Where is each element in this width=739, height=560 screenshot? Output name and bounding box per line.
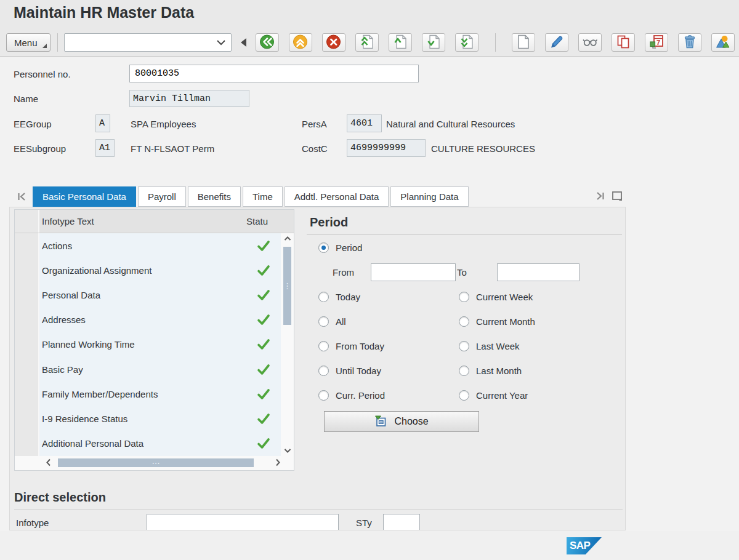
- radio-last-week[interactable]: Last Week: [459, 341, 622, 351]
- radio-circle[interactable]: [318, 292, 329, 302]
- to-date-input[interactable]: [497, 263, 579, 281]
- tab-basic-personal-data[interactable]: Basic Personal Data: [33, 186, 136, 207]
- scroll-left-icon[interactable]: [46, 458, 51, 466]
- persa-text: Natural and Cultural Resources: [386, 119, 515, 129]
- radio-until-today[interactable]: Until Today: [318, 366, 459, 376]
- radio-all[interactable]: All: [318, 316, 459, 327]
- table-row[interactable]: Basic Pay: [39, 357, 281, 382]
- table-row[interactable]: I-9 Residence Status: [39, 407, 281, 431]
- eesubgroup-value-field: A1: [95, 139, 115, 157]
- tab-scroll-right-icon[interactable]: [595, 191, 605, 201]
- radio-circle[interactable]: [318, 316, 329, 327]
- radio-current-year[interactable]: Current Year: [459, 390, 622, 401]
- titlebar: Maintain HR Master Data Menu: [0, 0, 739, 57]
- direct-selection-heading: Direct selection: [14, 490, 623, 505]
- row-selector-column[interactable]: [15, 233, 39, 456]
- next-page-button[interactable]: [422, 33, 445, 52]
- detach-panel-icon[interactable]: [612, 191, 623, 201]
- blank-page-icon: [516, 34, 531, 52]
- pencil-icon: [549, 34, 565, 52]
- previous-page-button[interactable]: [389, 33, 412, 52]
- scroll-down-icon[interactable]: [283, 448, 292, 454]
- tab-payroll[interactable]: Payroll: [138, 186, 186, 207]
- previous-page-icon: [392, 34, 408, 52]
- table-row[interactable]: Addresses: [39, 308, 281, 332]
- status-check-icon: [246, 314, 281, 326]
- from-date-input[interactable]: [371, 263, 456, 281]
- direct-selection-section: Direct selection Infotype STy: [14, 489, 623, 530]
- table-row[interactable]: Organizational Assignment: [39, 258, 281, 282]
- trash-icon: [682, 34, 698, 52]
- copy-button[interactable]: [612, 33, 635, 52]
- chevron-down-icon[interactable]: [217, 40, 225, 46]
- table-row[interactable]: Planned Working Time: [39, 332, 281, 357]
- vertical-scrollbar[interactable]: ⋮: [281, 234, 294, 455]
- overview-button[interactable]: [711, 33, 735, 52]
- radio-period-label: Period: [336, 242, 362, 253]
- persa-value-field: 4601: [347, 114, 382, 132]
- table-row[interactable]: Additional Personal Data: [39, 431, 281, 456]
- create-button[interactable]: [512, 33, 535, 52]
- radio-period[interactable]: Period: [318, 242, 622, 253]
- sap-logo: SAP: [567, 537, 602, 554]
- footer: SAP: [0, 531, 739, 560]
- radio-circle[interactable]: [318, 341, 329, 351]
- scroll-up-icon[interactable]: [283, 236, 292, 241]
- tab-benefits[interactable]: Benefits: [188, 186, 241, 207]
- sty-input[interactable]: [383, 514, 420, 530]
- toolbar-separator: [57, 33, 58, 52]
- vertical-scroll-thumb[interactable]: ⋮: [283, 247, 291, 325]
- cancel-button[interactable]: [322, 33, 345, 52]
- radio-circle[interactable]: [459, 341, 469, 351]
- radio-circle[interactable]: [459, 366, 469, 376]
- first-page-button[interactable]: [355, 33, 379, 52]
- radio-circle-selected[interactable]: [318, 242, 329, 253]
- table-row[interactable]: Family Member/Dependents: [39, 382, 281, 406]
- tab-addtl-personal-data[interactable]: Addtl. Personal Data: [285, 186, 389, 207]
- radio-current-week[interactable]: Current Week: [459, 292, 622, 302]
- status-check-icon: [246, 240, 281, 252]
- exit-button[interactable]: [289, 33, 312, 52]
- radio-circle[interactable]: [318, 366, 329, 376]
- tab-planning-data[interactable]: Planning Data: [390, 186, 468, 207]
- radio-circle[interactable]: [459, 292, 469, 302]
- back-icon: [259, 34, 276, 52]
- delimit-button[interactable]: 7: [645, 33, 668, 52]
- personnel-no-input[interactable]: [129, 65, 419, 82]
- exit-icon: [292, 34, 309, 52]
- table-row[interactable]: Personal Data: [39, 282, 281, 307]
- radio-circle[interactable]: [459, 390, 469, 401]
- eegroup-value-field: A: [95, 114, 110, 132]
- menu-button[interactable]: Menu: [6, 33, 50, 52]
- radio-from-today[interactable]: From Today: [318, 341, 459, 351]
- table-row[interactable]: Actions: [39, 233, 281, 258]
- display-button[interactable]: [578, 33, 602, 52]
- period-radio-grid: Today Current Week All Current Month Fro…: [318, 292, 622, 401]
- delete-button[interactable]: [678, 33, 701, 52]
- col-header-status: Statu: [246, 210, 281, 233]
- collapse-toolbar-icon[interactable]: [241, 38, 246, 47]
- scroll-right-icon[interactable]: [275, 458, 281, 466]
- tab-scroll-left-icon[interactable]: [17, 192, 27, 201]
- command-field[interactable]: [64, 33, 232, 52]
- command-input[interactable]: [65, 34, 217, 51]
- horizontal-scroll-thumb[interactable]: ⋯: [58, 458, 254, 467]
- back-button[interactable]: [256, 33, 279, 52]
- infotype-input[interactable]: [147, 514, 339, 530]
- last-page-button[interactable]: [455, 33, 479, 52]
- choose-button[interactable]: Choose: [324, 411, 479, 432]
- horizontal-scrollbar[interactable]: ⋯: [39, 457, 281, 469]
- change-button[interactable]: [545, 33, 568, 52]
- radio-circle[interactable]: [459, 316, 469, 327]
- tab-time[interactable]: Time: [243, 186, 283, 207]
- infotype-rows: Actions Organizational Assignment Person…: [39, 233, 281, 456]
- radio-last-month[interactable]: Last Month: [459, 366, 622, 376]
- status-check-icon: [246, 364, 281, 375]
- radio-today[interactable]: Today: [318, 292, 459, 302]
- radio-curr-period[interactable]: Curr. Period: [318, 390, 459, 401]
- persa-label: PersA: [302, 119, 327, 129]
- costc-text: CULTURE RESOURCES: [431, 143, 535, 154]
- from-label: From: [333, 267, 354, 278]
- radio-current-month[interactable]: Current Month: [459, 316, 622, 327]
- radio-circle[interactable]: [318, 390, 329, 401]
